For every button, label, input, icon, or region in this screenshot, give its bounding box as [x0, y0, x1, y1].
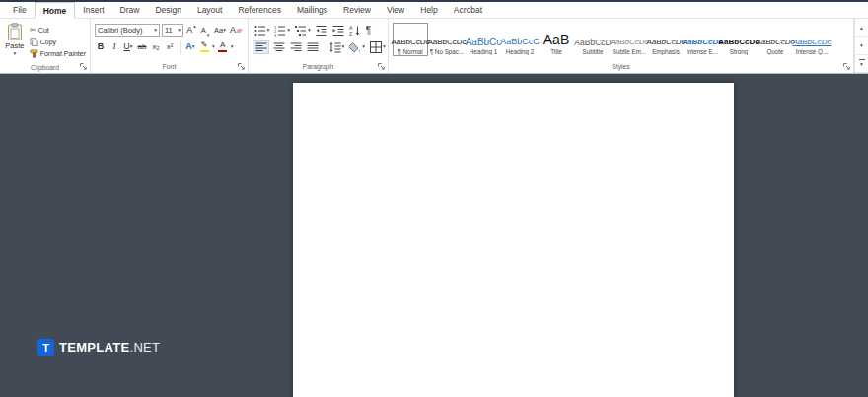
shrink-font-button[interactable]: A ▾: [199, 24, 211, 38]
change-case-letters: Aa: [214, 27, 223, 35]
align-center-button[interactable]: [271, 40, 286, 54]
tab-design[interactable]: Design: [147, 2, 188, 18]
format-painter-icon: [30, 49, 38, 58]
highlight-color-bar: [200, 50, 209, 53]
copy-icon: [30, 38, 38, 46]
style-label: ¶ Normal: [398, 48, 422, 55]
chevron-down-icon: ▾: [342, 44, 345, 50]
tab-view[interactable]: View: [379, 2, 412, 18]
increase-indent-button[interactable]: [330, 24, 345, 38]
bullets-button[interactable]: ▾: [253, 24, 271, 38]
style-gallery-up-button[interactable]: ▴: [855, 19, 868, 37]
ribbon-group-font: Calibri (Body) ▾ 11 ▾ A ▴ A ▾: [91, 19, 249, 73]
style-label: Subtitle: [582, 48, 603, 55]
style-subtitle[interactable]: AaBbCcD Subtitle: [575, 23, 611, 56]
styles-group-label: Styles: [612, 63, 630, 70]
clipboard-dialog-launcher[interactable]: [79, 62, 88, 71]
tab-home[interactable]: Home: [35, 2, 76, 19]
line-spacing-button[interactable]: ▾: [327, 40, 346, 54]
styles-dialog-launcher[interactable]: [842, 62, 851, 71]
shading-button[interactable]: ▾: [348, 40, 367, 54]
font-color-bar: [218, 50, 227, 53]
style-emphasis[interactable]: AaBbCcDc Emphasis: [648, 23, 684, 56]
clear-formatting-button[interactable]: A: [229, 24, 243, 38]
justify-button[interactable]: [305, 40, 320, 54]
bold-button[interactable]: B: [95, 40, 107, 54]
tab-review[interactable]: Review: [335, 2, 379, 18]
svg-text:Z: Z: [349, 31, 352, 37]
chevron-down-icon[interactable]: ▾: [212, 44, 215, 50]
superscript-button[interactable]: x²: [164, 40, 176, 54]
paste-button[interactable]: Paste ▾: [4, 22, 26, 61]
tab-layout[interactable]: Layout: [189, 2, 231, 18]
numbering-button[interactable]: 1 2 3 ▾: [273, 24, 292, 38]
cut-button[interactable]: ✂ Cut: [30, 24, 86, 36]
subscript-button[interactable]: x₂: [150, 40, 162, 54]
style-title[interactable]: AaB Title: [539, 23, 574, 56]
align-left-button[interactable]: [253, 40, 269, 54]
strikethrough-button[interactable]: ab: [136, 40, 148, 54]
format-painter-button[interactable]: Format Painter: [30, 47, 86, 59]
style-quote[interactable]: AaBbCcDc Quote: [758, 23, 793, 56]
tab-references[interactable]: References: [230, 2, 288, 18]
tab-mailings[interactable]: Mailings: [289, 2, 335, 18]
copy-button[interactable]: Copy: [30, 36, 86, 47]
scissors-icon: ✂: [30, 26, 36, 35]
style-intense-quote[interactable]: AaBbCcDc Intense Q...: [794, 23, 830, 56]
font-color-button[interactable]: A: [217, 40, 229, 54]
italic-button[interactable]: I: [108, 40, 120, 54]
highlight-color-button[interactable]: ✎: [198, 40, 210, 54]
tab-help[interactable]: Help: [412, 2, 445, 18]
multilevel-list-button[interactable]: ▾: [294, 24, 313, 38]
styles-gallery-scroll: ▴ ▾ ▾: [854, 19, 868, 73]
chevron-down-icon: ▾: [287, 28, 290, 34]
multilevel-list-icon: [295, 25, 307, 37]
chevron-down-icon[interactable]: ▾: [231, 44, 234, 50]
document-page[interactable]: [293, 83, 734, 397]
align-right-button[interactable]: [288, 40, 303, 54]
borders-button[interactable]: ▾: [369, 40, 388, 54]
down-mark-icon: ▾: [207, 33, 210, 38]
text-effects-button[interactable]: A ▾: [184, 40, 196, 54]
tab-insert[interactable]: Insert: [75, 2, 111, 18]
document-area: T TEMPLATE .NET: [0, 74, 868, 396]
style-gallery-more-button[interactable]: ▾: [855, 55, 868, 73]
chevron-down-icon: ▾: [860, 61, 863, 67]
ribbon-group-clipboard: Paste ▾ ✂ Cut Copy: [0, 19, 91, 73]
svg-text:A: A: [349, 25, 353, 31]
style-label: Intense E...: [687, 48, 718, 55]
style-preview: AaBbCcDc: [756, 25, 794, 47]
style-heading-1[interactable]: AaBbCc Heading 1: [466, 23, 501, 56]
sort-button[interactable]: A Z: [347, 24, 362, 38]
paragraph-group-footer: Paragraph: [249, 60, 388, 73]
style-heading-2[interactable]: AaBbCcC Heading 2: [502, 23, 538, 56]
line-spacing-icon: [329, 41, 341, 53]
font-name-select[interactable]: Calibri (Body) ▾: [95, 24, 160, 37]
style-preview: AaBbCcDc: [792, 25, 831, 47]
style-preview: AaBbCcDc: [646, 25, 685, 47]
style-gallery-down-button[interactable]: ▾: [855, 37, 868, 54]
decrease-indent-button[interactable]: [314, 24, 328, 38]
chevron-down-icon: ▾: [223, 28, 226, 34]
style-label: Heading 2: [506, 48, 535, 55]
style-no-spacing[interactable]: AaBbCcDc ¶ No Spac...: [429, 23, 465, 56]
highlighter-pen-icon: ✎: [201, 41, 208, 49]
font-group-footer: Font: [91, 60, 248, 73]
font-size-select[interactable]: 11 ▾: [162, 24, 183, 37]
style-strong[interactable]: AaBbCcDc Strong: [721, 23, 757, 56]
align-left-icon: [255, 41, 267, 53]
font-dialog-launcher[interactable]: [237, 62, 246, 71]
style-subtle-emphasis[interactable]: AaBbCcDc Subtle Em...: [612, 23, 647, 56]
tab-draw[interactable]: Draw: [112, 2, 148, 18]
style-intense-emphasis[interactable]: AaBbCcDc Intense E...: [685, 23, 720, 56]
decrease-indent-icon: [316, 25, 327, 37]
tab-file[interactable]: File: [5, 2, 35, 18]
style-normal[interactable]: AaBbCcDc ¶ Normal: [393, 23, 428, 56]
show-formatting-marks-button[interactable]: ¶: [364, 24, 372, 38]
paragraph-dialog-launcher[interactable]: [377, 62, 386, 71]
grow-font-button[interactable]: A ▴: [185, 24, 197, 38]
more-bar-icon: [859, 59, 865, 60]
change-case-button[interactable]: Aa ▾: [213, 24, 227, 38]
tab-acrobat[interactable]: Acrobat: [446, 2, 490, 18]
underline-button[interactable]: U ▾: [122, 40, 134, 54]
